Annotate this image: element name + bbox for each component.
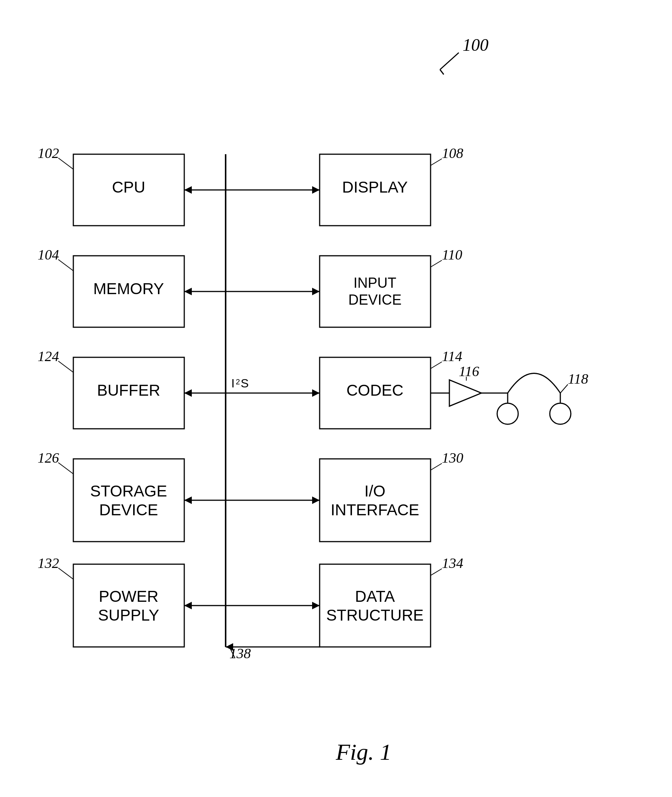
circuit-diagram: 100 CPU 102 DISPLAY 108 MEMORY 104 [0,0,672,797]
cpu-label: CPU [112,178,146,196]
io-label-2: INTERFACE [331,501,419,519]
data-label-2: STRUCTURE [326,606,424,624]
ref-132: 132 [38,555,59,571]
ref-130: 130 [442,450,463,466]
power-label-2: SUPPLY [98,606,160,624]
storage-label-2: DEVICE [99,501,158,519]
ref-118: 118 [568,371,588,387]
svg-text:2: 2 [236,378,240,386]
ref-110: 110 [442,247,462,262]
memory-label: MEMORY [93,280,164,298]
input-label-1: INPUT [354,275,396,291]
ref-102: 102 [38,145,59,161]
codec-label: CODEC [346,381,403,399]
ref-114: 114 [442,348,462,364]
storage-label-1: STORAGE [90,482,167,500]
input-label-2: DEVICE [348,292,401,308]
ref-108: 108 [442,145,463,161]
fig-label: Fig. 1 [336,739,392,765]
svg-text:S: S [241,376,248,390]
i2s-label: I [231,376,235,390]
power-label-1: POWER [99,587,159,605]
display-label: DISPLAY [342,178,408,196]
io-label-1: I/O [365,482,386,500]
ref-104: 104 [38,247,59,262]
buffer-label: BUFFER [97,381,160,399]
ref-126: 126 [38,450,59,466]
data-label-1: DATA [355,587,395,605]
figure-ref-100: 100 [462,35,488,54]
ref-134: 134 [442,555,463,571]
ref-116: 116 [459,363,479,379]
diagram-container: 100 CPU 102 DISPLAY 108 MEMORY 104 [0,0,672,797]
ref-124: 124 [38,348,59,364]
